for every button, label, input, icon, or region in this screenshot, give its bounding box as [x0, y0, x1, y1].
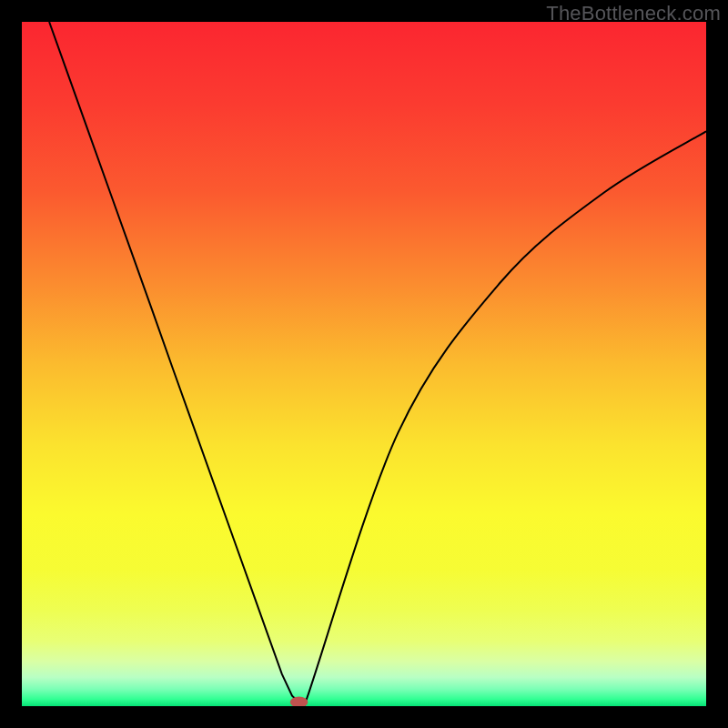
gradient-background — [22, 22, 706, 706]
plot-area — [22, 22, 706, 706]
gradient-chart — [22, 22, 706, 706]
chart-frame: TheBottleneck.com — [0, 0, 728, 728]
watermark-text: TheBottleneck.com — [546, 2, 721, 25]
